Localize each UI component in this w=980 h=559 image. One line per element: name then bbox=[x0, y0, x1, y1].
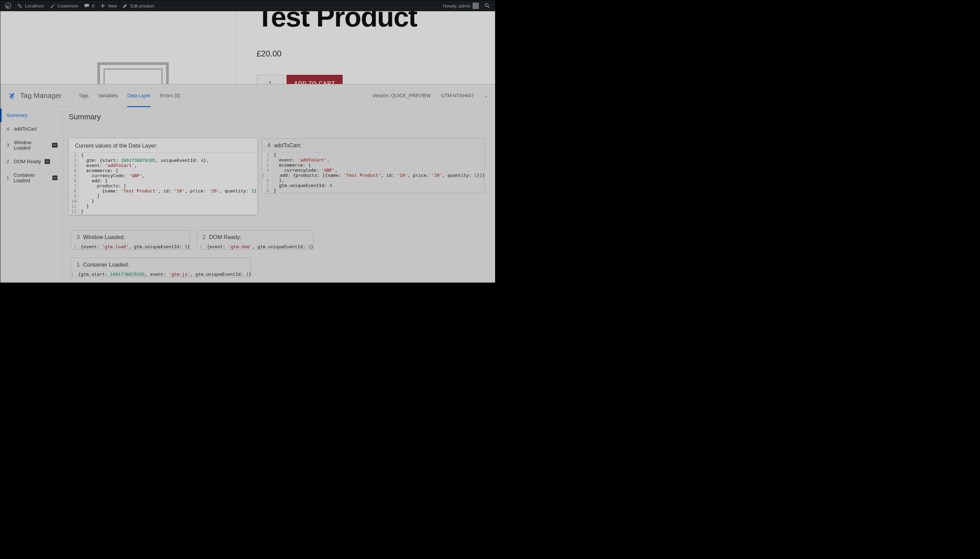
customize-label: Customize bbox=[58, 3, 78, 8]
new-label: New bbox=[108, 3, 117, 8]
comments-count: 0 bbox=[92, 3, 94, 8]
code-block: 1{gtm.start: 1601738870105, event: 'gtm.… bbox=[71, 271, 251, 277]
card-addtocart: 4addToCart: 1{2 event: 'addToCart',3 eco… bbox=[262, 138, 485, 194]
site-name-link[interactable]: Localhost bbox=[14, 0, 46, 11]
sidebar-event-window-loaded[interactable]: 3Window Loaded<> bbox=[0, 136, 64, 155]
code-block: 1{2 event: 'addToCart',3 ecommerce: {4 c… bbox=[262, 152, 484, 193]
code-block: 1{2 gtm: {start: 1601738870105, uniqueEv… bbox=[70, 152, 257, 214]
card-dom-ready: 2DOM Ready: 1{event: 'gtm.dom', gtm.uniq… bbox=[197, 230, 314, 250]
card-title: DOM Ready: bbox=[209, 234, 241, 240]
sidebar-event-container-loaded[interactable]: 1Container Loaded<> bbox=[0, 168, 64, 187]
edit-product-link[interactable]: Edit product bbox=[119, 0, 156, 11]
version-label: Version: QUICK_PREVIEW bbox=[373, 93, 431, 98]
container-id: GTM-NTXH647 bbox=[441, 93, 474, 98]
search-toggle[interactable] bbox=[481, 0, 493, 11]
wp-admin-bar: Localhost Customize 0 New Edit product H… bbox=[0, 0, 495, 11]
chevron-down-icon[interactable]: ⌄ bbox=[484, 93, 488, 98]
code-block: 1{event: 'gtm.load', gtm.uniqueEventId: … bbox=[71, 244, 190, 249]
card-window-loaded: 3Window Loaded: 1{event: 'gtm.load', gtm… bbox=[71, 230, 190, 250]
avatar bbox=[473, 3, 479, 9]
howdy-text: Howdy, admin bbox=[443, 3, 471, 8]
customize-link[interactable]: Customize bbox=[46, 0, 81, 11]
gtm-sidebar: Summary 4addToCart 3Window Loaded<> 2DOM… bbox=[0, 107, 64, 283]
product-title: Test Product bbox=[257, 11, 475, 25]
product-price: £20.00 bbox=[257, 49, 475, 58]
product-image-placeholder bbox=[97, 62, 169, 84]
sidebar-event-addtocart[interactable]: 4addToCart bbox=[0, 122, 64, 136]
product-page: Test Product £20.00 ADD TO CART bbox=[0, 11, 495, 84]
gtm-logo: Tag Manager bbox=[7, 91, 79, 100]
svg-point-3 bbox=[485, 4, 488, 7]
tab-variables[interactable]: Variables bbox=[98, 84, 118, 107]
comments-link[interactable]: 0 bbox=[81, 0, 97, 11]
wp-logo[interactable] bbox=[2, 0, 14, 11]
code-block: 1{event: 'gtm.dom', gtm.uniqueEventId: 2… bbox=[197, 244, 313, 249]
sidebar-event-dom-ready[interactable]: 2DOM Ready<> bbox=[0, 155, 64, 168]
card-num: 3 bbox=[76, 234, 80, 240]
code-badge-icon: <> bbox=[52, 143, 58, 147]
gtm-content: Summary Current values of the Data Layer… bbox=[64, 107, 495, 283]
new-link[interactable]: New bbox=[97, 0, 119, 11]
add-to-cart-button[interactable]: ADD TO CART bbox=[287, 75, 343, 84]
card-title: Current values of the Data Layer: bbox=[75, 142, 158, 149]
card-title: Window Loaded: bbox=[83, 234, 125, 240]
gtm-header: Tag Manager Tags Variables Data Layer Er… bbox=[0, 84, 495, 107]
sidebar-summary[interactable]: Summary bbox=[0, 109, 64, 122]
edit-label: Edit product bbox=[130, 3, 154, 8]
card-num: 1 bbox=[76, 261, 80, 268]
code-badge-icon: <> bbox=[45, 159, 50, 164]
howdy-link[interactable]: Howdy, admin bbox=[440, 0, 481, 11]
card-num: 4 bbox=[267, 142, 270, 149]
quantity-input[interactable] bbox=[257, 75, 284, 84]
tab-tags[interactable]: Tags bbox=[79, 84, 89, 107]
card-title: addToCart: bbox=[274, 142, 302, 149]
card-title: Container Loaded: bbox=[83, 261, 129, 268]
site-name: Localhost bbox=[25, 3, 44, 8]
card-current-data-layer: Current values of the Data Layer: 1{2 gt… bbox=[69, 138, 257, 215]
tab-errors[interactable]: Errors (0) bbox=[160, 84, 180, 107]
summary-heading: Summary bbox=[69, 111, 495, 125]
code-badge-icon: <> bbox=[52, 175, 58, 180]
gtm-preview-panel: Tag Manager Tags Variables Data Layer Er… bbox=[0, 84, 495, 283]
card-container-loaded: 1Container Loaded: 1{gtm.start: 16017388… bbox=[71, 258, 251, 277]
card-num: 2 bbox=[202, 234, 206, 240]
tab-data-layer[interactable]: Data Layer bbox=[127, 84, 151, 107]
gtm-brand: Tag Manager bbox=[20, 91, 62, 99]
